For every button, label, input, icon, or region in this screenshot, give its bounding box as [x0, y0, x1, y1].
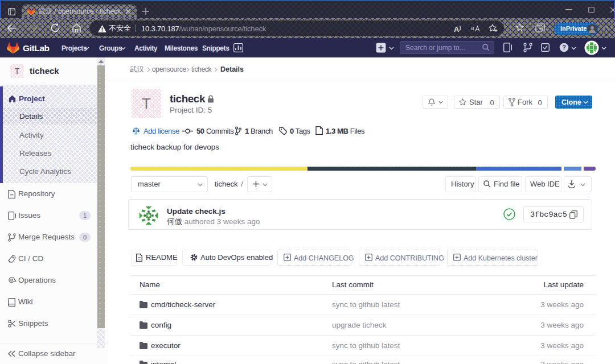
svg-text:?: ? [562, 44, 566, 51]
svg-text:a: a [471, 25, 474, 31]
